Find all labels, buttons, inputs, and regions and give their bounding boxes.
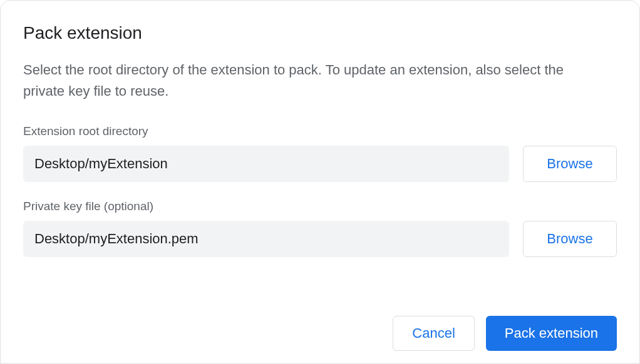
private-key-group: Private key file (optional) Browse xyxy=(23,200,617,257)
root-directory-input[interactable] xyxy=(23,146,509,182)
root-directory-group: Extension root directory Browse xyxy=(23,124,617,182)
dialog-footer: Cancel Pack extension xyxy=(393,316,617,351)
pack-extension-button[interactable]: Pack extension xyxy=(486,316,617,351)
root-directory-label: Extension root directory xyxy=(23,124,617,138)
dialog-title: Pack extension xyxy=(23,23,617,43)
cancel-button[interactable]: Cancel xyxy=(393,316,474,351)
root-directory-browse-button[interactable]: Browse xyxy=(523,146,617,182)
root-directory-row: Browse xyxy=(23,146,617,182)
private-key-browse-button[interactable]: Browse xyxy=(523,221,617,257)
private-key-label: Private key file (optional) xyxy=(23,200,617,213)
private-key-input[interactable] xyxy=(23,221,509,257)
private-key-row: Browse xyxy=(23,221,617,257)
pack-extension-dialog: Pack extension Select the root directory… xyxy=(0,0,640,364)
dialog-description: Select the root directory of the extensi… xyxy=(23,59,568,102)
